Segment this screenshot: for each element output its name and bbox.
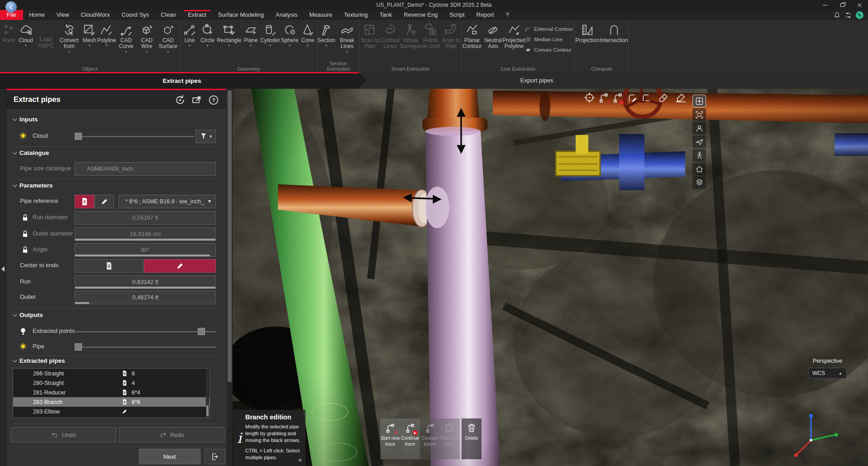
maximize-button[interactable]: [834, 0, 851, 10]
account-badge-icon[interactable]: ✎: [856, 11, 863, 19]
edit-trace-icon[interactable]: [625, 91, 638, 104]
pipe-list-item[interactable]: 283-Elbow: [13, 407, 210, 416]
undo-button[interactable]: Undo: [11, 427, 116, 442]
ribbon-button-median-line[interactable]: Median Line: [525, 36, 573, 43]
erase-points-icon[interactable]: [675, 91, 687, 104]
bulb-off-icon[interactable]: [18, 327, 28, 336]
ribbon-button-external-contour[interactable]: External Contour: [525, 25, 573, 33]
play-trace-icon[interactable]: ▶: [611, 91, 624, 104]
ribbon-button-projected-polyline[interactable]: Projected Polyline: [504, 20, 525, 50]
menu-item-analysis[interactable]: Analysis: [270, 10, 303, 20]
menu-item-surface-modeling[interactable]: Surface Modeling: [212, 10, 270, 20]
pipe-list-item[interactable]: 266-Straight6: [13, 369, 210, 378]
export-step-button[interactable]: [205, 449, 225, 464]
ribbon-button-plane[interactable]: Plane▾: [242, 20, 259, 48]
center-pivot-icon[interactable]: [583, 91, 596, 104]
ribbon-button-circle[interactable]: Circle▾: [199, 20, 216, 48]
menu-item-texturing[interactable]: Texturing: [338, 10, 374, 20]
3d-viewport[interactable]: +▶ i Branch edition Modify the selected …: [233, 89, 868, 466]
menu-item-script[interactable]: Script: [444, 10, 470, 20]
menu-item-tank[interactable]: Tank: [374, 10, 398, 20]
nav-walk-button[interactable]: [692, 149, 706, 162]
workflow-step-extract-pipes[interactable]: Extract pipes: [0, 72, 367, 89]
menu-item-extract[interactable]: Extract: [182, 10, 212, 20]
menu-item-report[interactable]: Report: [471, 10, 500, 20]
ribbon-button-convert-from[interactable]: Convert from▾: [57, 20, 81, 54]
section-header-inputs[interactable]: Inputs: [13, 116, 38, 123]
ribbon-button-polyline[interactable]: Polyline▾: [98, 20, 115, 48]
section-header-parameters[interactable]: Parameters: [13, 182, 53, 189]
cloud-slider[interactable]: [75, 132, 194, 140]
ribbon-button-break-lines[interactable]: Break Lines▾: [335, 20, 359, 54]
ribbon-button-projection[interactable]: Projection: [575, 20, 599, 43]
menu-item-cloudworx[interactable]: CloudWorx: [75, 10, 116, 20]
ribbon-button-sphere[interactable]: Sphere▾: [281, 20, 299, 48]
ribbon-button-neutral-axis[interactable]: Neutral Axis: [482, 20, 503, 50]
ribbon-button-section[interactable]: Section▾: [318, 20, 335, 48]
pipe-reference-select[interactable]: * 6*6 ; ASME B16.9 - tee_inch_▼: [119, 195, 216, 208]
nav-fit-button[interactable]: [692, 108, 706, 121]
collapse-panel-button[interactable]: [1, 266, 5, 272]
nav-orbit-button[interactable]: [692, 122, 706, 135]
sync-icon[interactable]: [844, 11, 852, 19]
add-trace-icon[interactable]: +: [597, 91, 610, 104]
outlet-field[interactable]: 0,46274 ft: [75, 291, 216, 304]
menu-item-coord-sys[interactable]: Coord Sys: [116, 10, 155, 20]
reset-button[interactable]: [174, 94, 186, 106]
nav-target-button[interactable]: [692, 95, 706, 107]
redo-button[interactable]: Redo: [119, 427, 224, 442]
menu-item-view[interactable]: View: [51, 10, 75, 20]
ribbon-button-cylinder[interactable]: Cylinder▾: [260, 20, 280, 48]
next-button[interactable]: Next: [139, 449, 200, 464]
fit-trace-icon[interactable]: [639, 91, 652, 104]
extracted-points-slider[interactable]: [75, 327, 216, 336]
menu-item-home[interactable]: Home: [23, 10, 51, 20]
hint-collapse-button[interactable]: «: [298, 456, 302, 463]
cloud-filter-button[interactable]: ▾: [196, 130, 216, 143]
menu-item-clean[interactable]: Clean: [155, 10, 182, 20]
notifications-bell-icon[interactable]: [833, 11, 841, 19]
section-header-extracted-pipes[interactable]: Extracted pipes: [13, 357, 65, 364]
list-scrollbar[interactable]: [206, 369, 209, 417]
section-header-outputs[interactable]: Outputs: [13, 312, 43, 318]
ribbon-button-line[interactable]: Line▾: [181, 20, 198, 48]
ribbon-button-cad-surface[interactable]: CAD Surface▾: [157, 20, 180, 54]
menu-item-[interactable]: ?: [500, 10, 515, 20]
detach-button[interactable]: [191, 94, 203, 106]
center-to-ends-edit-button[interactable]: [144, 259, 216, 273]
pipe-list-item[interactable]: 280-Straight4: [13, 378, 210, 388]
coordinate-system-button[interactable]: WCS ▲: [808, 368, 846, 379]
ribbon-button-rectangle[interactable]: Rectangle▾: [217, 20, 241, 48]
ribbon-button-planar-contour[interactable]: Planar Contour: [462, 20, 482, 50]
menu-item-measure[interactable]: Measure: [303, 10, 338, 20]
extracted-pipes-list[interactable]: 266-Straight6280-Straight4281-Reducer6*4…: [13, 368, 210, 418]
ribbon-button-cone[interactable]: Cone▾: [299, 20, 316, 48]
erase-cloud-icon[interactable]: [657, 91, 669, 104]
trace-button-start-new-trace[interactable]: +Start new trace: [380, 418, 400, 459]
section-header-catalogue[interactable]: Catalogue: [13, 149, 49, 156]
trace-button-delete[interactable]: Delete: [462, 418, 482, 459]
nav-views-button[interactable]: [692, 176, 706, 189]
help-button[interactable]: ?: [208, 94, 219, 106]
bulb-on-icon[interactable]: [18, 342, 28, 352]
close-button[interactable]: [851, 0, 868, 10]
minimize-button[interactable]: [816, 0, 834, 10]
trace-button-continue-trace[interactable]: ▶Continue trace: [400, 418, 420, 459]
ribbon-button-cad-wire[interactable]: CAD Wire▾: [137, 20, 157, 54]
nav-fly-button[interactable]: [692, 135, 706, 148]
center-to-ends-value-button[interactable]: [75, 259, 143, 273]
ribbon-button-convex-contour[interactable]: Convex Contour: [525, 46, 573, 53]
bulb-on-icon[interactable]: [18, 131, 28, 141]
panel-scrollbar[interactable]: [226, 89, 233, 466]
pipe-reference-edit-button[interactable]: [95, 195, 114, 208]
ribbon-button-mesh[interactable]: Mesh▾: [81, 20, 98, 48]
pipe-slider[interactable]: [75, 343, 216, 351]
ribbon-button-intersection[interactable]: Intersection: [600, 20, 628, 43]
nav-home-button[interactable]: [692, 163, 706, 175]
menu-item-reverse-eng[interactable]: Reverse Eng: [398, 10, 444, 20]
pipe-list-item[interactable]: 282-Branch6*6: [13, 397, 210, 407]
app-back-button[interactable]: [5, 1, 17, 13]
pipe-list-item[interactable]: [13, 416, 210, 418]
pipe-reference-catalogue-button[interactable]: [75, 195, 94, 208]
run-field[interactable]: 0,63142 ft: [75, 275, 216, 289]
